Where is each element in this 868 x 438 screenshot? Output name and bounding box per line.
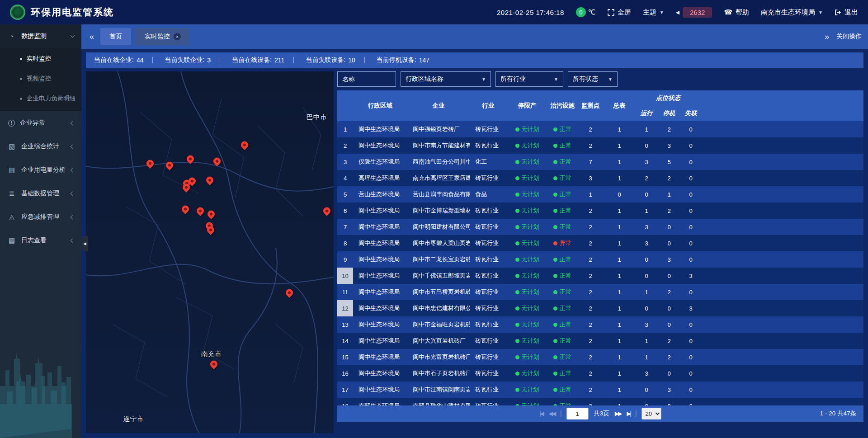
table-row[interactable]: 5 营山生态环境局 营山县润丰肉食品有限 食品 无计划 正常 1 0 0 1	[337, 186, 863, 203]
logout-button[interactable]: 退出	[835, 8, 858, 17]
emergency-icon: ◬	[7, 213, 16, 221]
sidebar-collapse-handle[interactable]: ◀	[81, 236, 88, 251]
temperature-badge: 0	[576, 7, 586, 17]
cell-industry: 砖瓦行业	[470, 349, 507, 365]
sidebar-section-enterprise-stats[interactable]: ▧ 企业综合统计	[0, 135, 81, 158]
table-row[interactable]: 2 阆中生态环境局 阆中市南方节能建材有 砖瓦行业 无计划 正常 2 1 0	[337, 137, 863, 154]
cell-enterprise: 阆中千佛镇五郎垭页岩	[407, 268, 470, 284]
help-button[interactable]: ☎ 帮助	[724, 8, 749, 17]
cell-facility: 正常	[547, 170, 577, 186]
chevron-down-icon: ▼	[818, 10, 823, 15]
map-panel[interactable]: 巴中市 南充市 遂宁市	[86, 71, 334, 433]
cell-industry: 砖瓦行业	[470, 121, 507, 137]
cell-limit: 无计划	[507, 251, 547, 268]
cell-region: 阆中生态环境局	[353, 268, 407, 284]
table-row[interactable]: 3 仪陇生态环境局 西南油气田分公司川中 化工 无计划 正常 7 1 3 5	[337, 154, 863, 170]
cell-facility: 正常	[547, 398, 577, 405]
next-page-button[interactable]: ▶▶	[615, 410, 621, 417]
table-row[interactable]: 16 阆中生态环境局 阆中市石子页岩机砖厂 砖瓦行业 无计划 正常 2 1 3	[337, 365, 863, 381]
table-row[interactable]: 17 阆中生态环境局 阆中市江南镇阆南页岩 砖瓦行业 无计划 正常 2 1 0	[337, 381, 863, 398]
table-row[interactable]: 10 阆中生态环境局 阆中千佛镇五郎垭页岩 砖瓦行业 无计划 正常 2 1 0	[337, 268, 863, 284]
cell-limit: 无计划	[507, 170, 547, 186]
cell-industry: 砖瓦行业	[470, 333, 507, 349]
cell-total: 1	[604, 381, 635, 398]
cell-limit: 无计划	[507, 186, 547, 203]
table-row[interactable]: 9 阆中生态环境局 阆中市二龙长宝页岩砖 砖瓦行业 无计划 正常 2 1 0	[337, 251, 863, 268]
cell-stop: 0	[658, 398, 680, 405]
table-row[interactable]: 8 阆中生态环境局 阆中市枣碧大梁山页岩 砖瓦行业 无计划 异常 2 1 3	[337, 235, 863, 251]
cell-industry: 砖瓦行业	[470, 203, 507, 219]
cell-monitor: 7	[577, 154, 604, 170]
cell-enterprise: 阆中市南方节能建材有	[407, 137, 470, 154]
cell-lost: 0	[680, 170, 701, 186]
row-index: 16	[337, 365, 353, 381]
cell-filler	[701, 251, 863, 268]
close-operations-dropdown[interactable]: 关闭操作	[836, 33, 862, 41]
table-row[interactable]: 4 高坪生态环境局 南充市高坪区王家店建 砖瓦行业 无计划 正常 3 1 2	[337, 170, 863, 186]
sidebar-section-logs[interactable]: ▤ 日志查看	[0, 229, 81, 252]
scroll-tabs-right-button[interactable]: »	[823, 32, 831, 42]
header-monitor: 监测点	[577, 90, 604, 121]
table-row[interactable]: 7 阆中生态环境局 阆中明阳建材有限公司 砖瓦行业 无计划 正常 2 1 3	[337, 219, 863, 235]
sidebar-section-emergency[interactable]: ◬ 应急减排管理	[0, 205, 81, 229]
table-row[interactable]: 12 阆中生态环境局 阆中市忠信建材有限公 砖瓦行业 无计划 正常 2 1 0	[337, 300, 863, 316]
status-dot	[515, 274, 519, 278]
stat-item: 当前停机设备: 147	[355, 56, 429, 64]
table-row[interactable]: 6 阆中生态环境局 阆中市金博瑞新型墙材 砖瓦行业 无计划 正常 2 1 1	[337, 203, 863, 219]
cell-filler	[701, 235, 863, 251]
cell-facility: 正常	[547, 203, 577, 219]
sidebar-item-video-monitor[interactable]: 视频监控	[0, 69, 81, 89]
chevron-down-icon: ▼	[554, 77, 558, 82]
tab-home[interactable]: 首页	[100, 28, 131, 45]
cell-region: 阆中生态环境局	[353, 235, 407, 251]
table-row[interactable]: 14 阆中生态环境局 阆中大兴页岩机砖厂 砖瓦行业 无计划 正常 2 1 1	[337, 333, 863, 349]
table-row[interactable]: 13 阆中生态环境局 阆中市金福旺页岩机砖 砖瓦行业 无计划 正常 2 1 3	[337, 316, 863, 333]
table-row[interactable]: 15 阆中生态环境局 阆中市光富页岩机砖厂 砖瓦行业 无计划 正常 2 1 1	[337, 349, 863, 365]
sidebar-section-data-monitoring[interactable]: ◔ 数据监测	[0, 24, 81, 48]
table-row[interactable]: 11 阆中生态环境局 阆中市五马桥页岩机砖 砖瓦行业 无计划 正常 2 1 1	[337, 284, 863, 300]
alert-indicator[interactable]: ◀ 2632	[676, 7, 712, 18]
cell-region: 阆中生态环境局	[353, 203, 407, 219]
table-row[interactable]: 18 南部生态环境局 南部县珠华山建材有限 砖瓦行业 无计划 正常 2 1 0	[337, 398, 863, 405]
cell-facility: 正常	[547, 316, 577, 333]
theme-dropdown[interactable]: 主题 ▼	[643, 8, 664, 17]
table-row[interactable]: 1 阆中生态环境局 阆中强锐页岩砖厂 砖瓦行业 无计划 正常 2 1 1 2	[337, 121, 863, 137]
cell-enterprise: 阆中市石子页岩机砖厂	[407, 365, 470, 381]
cell-region: 阆中生态环境局	[353, 121, 407, 137]
sidebar-section-power-analysis[interactable]: ▦ 企业用电量分析	[0, 158, 81, 182]
page-size-select[interactable]: 20	[642, 408, 661, 419]
stat-label: 当前在线企业:	[94, 56, 134, 64]
cell-lost: 0	[680, 154, 701, 170]
status-dot	[553, 306, 557, 311]
cell-limit: 无计划	[507, 398, 547, 405]
stat-value: 211	[274, 57, 284, 64]
sidebar-section-enterprise-abnormal[interactable]: ! 企业异常	[0, 111, 81, 135]
name-filter-input[interactable]	[342, 75, 391, 83]
org-dropdown[interactable]: 南充市生态环境局 ▼	[761, 8, 823, 17]
status-dot	[515, 323, 519, 327]
page-input[interactable]	[566, 408, 588, 419]
region-filter-select[interactable]: 行政区域名称 ▼	[401, 71, 491, 87]
first-page-button[interactable]: |◀	[539, 410, 543, 417]
row-index: 3	[337, 154, 353, 170]
industry-filter-select[interactable]: 所有行业 ▼	[495, 71, 563, 87]
fullscreen-button[interactable]: 全屏	[608, 8, 631, 17]
cell-run: 0	[635, 186, 658, 203]
status-dot	[553, 323, 557, 327]
sidebar-section-base-data[interactable]: ≣ 基础数据管理	[0, 182, 81, 205]
sidebar-item-power-load-detail[interactable]: 企业电力负荷明细	[0, 89, 81, 108]
last-page-button[interactable]: ▶|	[627, 410, 630, 417]
status-filter-select[interactable]: 所有状态 ▼	[568, 71, 618, 87]
chevron-left-icon	[71, 215, 75, 219]
cell-total: 1	[604, 333, 635, 349]
status-dot	[515, 144, 519, 148]
bullet-icon	[20, 78, 22, 80]
tab-realtime-monitor[interactable]: 实时监控 ×	[136, 28, 190, 45]
prev-page-button[interactable]: ◀◀	[549, 410, 555, 417]
stat-label: 当前在线设备:	[232, 56, 272, 64]
cell-limit: 无计划	[507, 268, 547, 284]
scroll-tabs-left-button[interactable]: «	[88, 32, 96, 42]
sidebar-item-realtime-monitor[interactable]: 实时监控	[0, 49, 81, 69]
chevron-left-icon	[71, 168, 75, 172]
close-icon[interactable]: ×	[174, 33, 181, 40]
